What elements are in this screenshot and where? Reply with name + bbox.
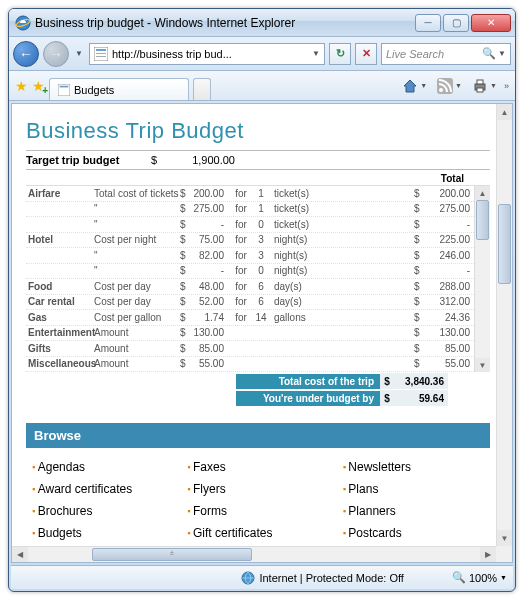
page-favicon-icon (94, 47, 108, 61)
scroll-right-icon[interactable]: ▶ (480, 547, 496, 562)
budget-row: "$275.00for1ticket(s)$275.00 (26, 202, 490, 218)
row-unit: ticket(s) (270, 188, 322, 199)
row-total-currency: $ (414, 234, 424, 245)
budget-row: MiscellaneousAmount$55.00$55.00 (26, 357, 490, 373)
svg-rect-3 (96, 49, 106, 51)
row-qty: 3 (252, 234, 270, 245)
row-total-currency: $ (414, 219, 424, 230)
nav-history-dropdown[interactable]: ▼ (73, 49, 85, 58)
target-value: 1,900.00 (165, 154, 235, 166)
row-unit: night(s) (270, 265, 322, 276)
browse-link[interactable]: Faxes (187, 456, 334, 478)
budget-row: "$82.00for3night(s)$246.00 (26, 248, 490, 264)
forward-button[interactable]: → (43, 41, 69, 67)
browse-link[interactable]: Forms (187, 500, 334, 522)
address-bar[interactable]: http://business trip bud... ▼ (89, 43, 325, 65)
row-for: for (230, 234, 252, 245)
browse-link[interactable]: Flyers (187, 478, 334, 500)
row-total-currency: $ (414, 250, 424, 261)
browser-tab[interactable]: Budgets (49, 78, 189, 100)
search-box[interactable]: Live Search 🔍 ▼ (381, 43, 511, 65)
new-tab-button[interactable] (193, 78, 211, 100)
row-currency: $ (180, 203, 190, 214)
browse-link[interactable]: Planners (343, 500, 490, 522)
scroll-thumb[interactable] (498, 204, 511, 284)
vertical-scrollbar[interactable]: ▲ ▼ (496, 104, 512, 546)
rss-icon (437, 78, 453, 94)
browse-link[interactable]: Gift certificates (187, 522, 334, 544)
scroll-left-icon[interactable]: ◀ (12, 547, 28, 562)
feeds-button[interactable]: ▼ (434, 76, 465, 96)
row-total: 275.00 (424, 203, 474, 214)
search-icon[interactable]: 🔍 (482, 47, 496, 60)
row-currency: $ (180, 234, 190, 245)
back-button[interactable]: ← (13, 41, 39, 67)
search-placeholder: Live Search (386, 48, 444, 60)
row-total-currency: $ (414, 312, 424, 323)
stop-button[interactable]: ✕ (355, 43, 377, 65)
browse-link[interactable]: Budgets (32, 522, 179, 544)
budget-row: EntertainmentAmount$130.00$130.00 (26, 326, 490, 342)
print-button[interactable]: ▼ (469, 76, 500, 96)
scroll-thumb[interactable] (476, 200, 489, 240)
row-desc: Total cost of tickets (94, 188, 180, 199)
zoom-control[interactable]: 🔍 100% ▼ (452, 571, 507, 584)
add-favorite-icon[interactable]: ★+ (32, 78, 45, 94)
svg-point-9 (439, 88, 443, 92)
row-total-currency: $ (414, 203, 424, 214)
command-bar: ★ ★+ Budgets ▼ ▼ ▼ » (9, 71, 515, 101)
refresh-button[interactable]: ↻ (329, 43, 351, 65)
refresh-icon: ↻ (336, 47, 345, 60)
row-amount: 275.00 (190, 203, 230, 214)
target-label: Target trip budget (26, 154, 151, 166)
scroll-up-icon[interactable]: ▲ (475, 186, 490, 200)
maximize-button[interactable]: ▢ (443, 14, 469, 32)
summary-under-value: 59.64 (394, 390, 448, 407)
svg-rect-7 (60, 85, 69, 87)
row-total-currency: $ (414, 281, 424, 292)
row-total: 200.00 (424, 188, 474, 199)
row-qty: 0 (252, 219, 270, 230)
budget-row: GiftsAmount$85.00$85.00 (26, 341, 490, 357)
horizontal-scrollbar[interactable]: ◀ ± ▶ (12, 546, 496, 562)
row-desc: Cost per day (94, 296, 180, 307)
home-button[interactable]: ▼ (399, 76, 430, 96)
summary-total-currency: $ (380, 373, 394, 390)
browse-link[interactable]: Brochures (32, 500, 179, 522)
svg-rect-5 (96, 56, 106, 57)
row-desc: " (94, 219, 180, 230)
browse-column: AgendasAward certificatesBrochuresBudget… (32, 456, 179, 544)
favorites-icon[interactable]: ★ (15, 78, 28, 94)
minimize-button[interactable]: ─ (415, 14, 441, 32)
close-button[interactable]: ✕ (471, 14, 511, 32)
scroll-down-icon[interactable]: ▼ (475, 358, 490, 372)
scroll-down-icon[interactable]: ▼ (497, 530, 512, 546)
browse-link[interactable]: Agendas (32, 456, 179, 478)
row-desc: Cost per day (94, 281, 180, 292)
scroll-up-icon[interactable]: ▲ (497, 104, 512, 120)
row-for: for (230, 296, 252, 307)
row-category: Hotel (26, 234, 94, 245)
browse-link[interactable]: Newsletters (343, 456, 490, 478)
row-total-currency: $ (414, 343, 424, 354)
row-desc: Amount (94, 343, 180, 354)
browse-link[interactable]: Plans (343, 478, 490, 500)
browser-window: Business trip budget - Windows Internet … (8, 8, 516, 592)
navigation-bar: ← → ▼ http://business trip bud... ▼ ↻ ✕ … (9, 37, 515, 71)
zoom-value: 100% (469, 572, 497, 584)
grid-scrollbar[interactable]: ▲ ▼ (474, 186, 490, 372)
tab-favicon-icon (58, 84, 70, 96)
row-unit: gallons (270, 312, 322, 323)
row-total: 85.00 (424, 343, 474, 354)
row-total-currency: $ (414, 296, 424, 307)
titlebar[interactable]: Business trip budget - Windows Internet … (9, 9, 515, 37)
scroll-thumb[interactable]: ± (92, 548, 252, 561)
status-bar: Internet | Protected Mode: Off 🔍 100% ▼ (11, 565, 513, 589)
row-desc: " (94, 203, 180, 214)
browse-link[interactable]: Award certificates (32, 478, 179, 500)
summary-under-currency: $ (380, 390, 394, 407)
internet-zone-icon (241, 571, 255, 585)
toolbar-overflow-icon[interactable]: » (504, 81, 509, 91)
window-title: Business trip budget - Windows Internet … (35, 16, 415, 30)
browse-link[interactable]: Postcards (343, 522, 490, 544)
